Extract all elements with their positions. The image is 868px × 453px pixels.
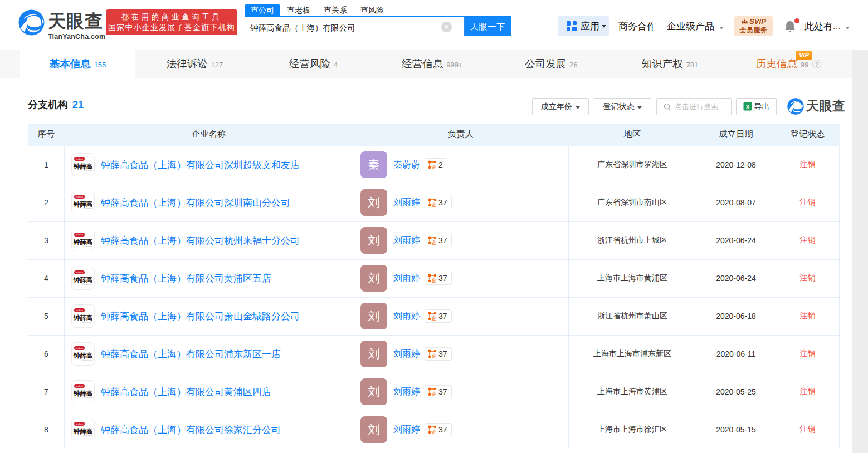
svg-text:x: x: [745, 103, 749, 110]
svg-text:企: 企: [431, 240, 436, 245]
svg-text:企: 企: [431, 391, 436, 396]
svg-text:企: 企: [431, 353, 436, 358]
svg-text:企: 企: [431, 202, 436, 207]
svg-text:企: 企: [431, 164, 436, 169]
svg-text:企: 企: [431, 278, 436, 283]
svg-text:企: 企: [431, 429, 436, 434]
svg-text:企: 企: [431, 316, 436, 321]
